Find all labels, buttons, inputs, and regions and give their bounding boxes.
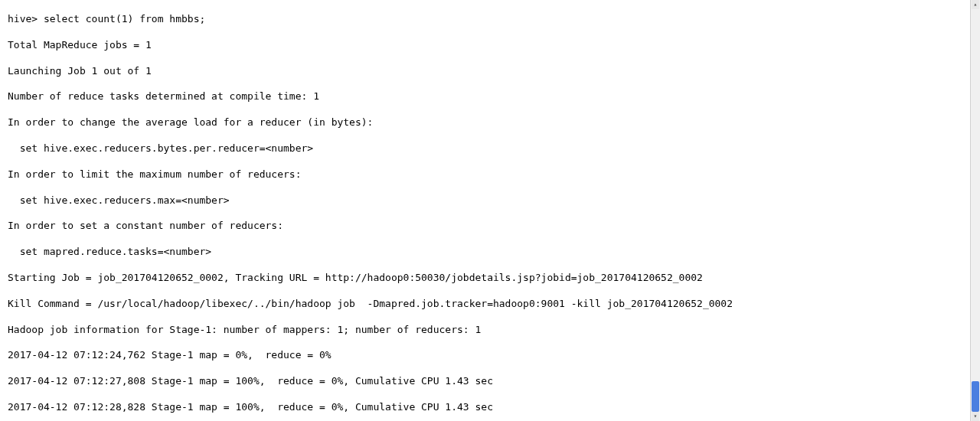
output-line: set hive.exec.reducers.max=<number> (8, 194, 971, 207)
output-line: Number of reduce tasks determined at com… (8, 90, 971, 103)
output-line: Starting Job = job_201704120652_0002, Tr… (8, 272, 971, 285)
output-line: 2017-04-12 07:12:27,808 Stage-1 map = 10… (8, 375, 971, 388)
output-line: Hadoop job information for Stage-1: numb… (8, 324, 971, 337)
scroll-down-button[interactable]: ▾ (972, 412, 979, 421)
output-line: hive> select count(1) from hmbbs; (8, 13, 971, 26)
output-line: Kill Command = /usr/local/hadoop/libexec… (8, 298, 971, 311)
output-line: In order to set a constant number of red… (8, 220, 971, 233)
output-line: In order to limit the maximum number of … (8, 168, 971, 181)
output-line: set mapred.reduce.tasks=<number> (8, 246, 971, 259)
output-line: set hive.exec.reducers.bytes.per.reducer… (8, 142, 971, 155)
scrollbar-thumb[interactable] (972, 381, 979, 412)
vertical-scrollbar[interactable]: ▴ ▾ (970, 0, 980, 421)
output-line: Total MapReduce jobs = 1 (8, 39, 971, 52)
scroll-up-button[interactable]: ▴ (972, 0, 979, 9)
output-line: In order to change the average load for … (8, 116, 971, 129)
terminal-output: hive> select count(1) from hmbbs; Total … (0, 0, 971, 421)
output-line: 2017-04-12 07:12:24,762 Stage-1 map = 0%… (8, 349, 971, 362)
output-line: 2017-04-12 07:12:28,828 Stage-1 map = 10… (8, 401, 971, 414)
output-line: Launching Job 1 out of 1 (8, 65, 971, 78)
